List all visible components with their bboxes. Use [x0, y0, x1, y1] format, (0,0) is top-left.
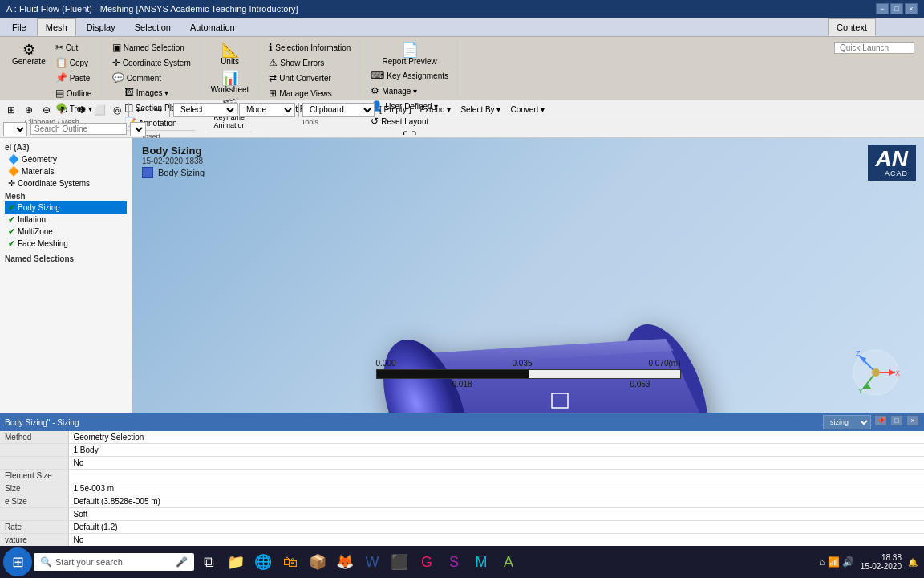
coordinate-system-btn[interactable]: ✛ Coordinate System — [108, 55, 195, 70]
units-btn[interactable]: 📐 Units — [216, 40, 245, 68]
report-preview-btn[interactable]: 📄 Report Preview — [378, 40, 440, 68]
amazon-btn[interactable]: 🛍 — [278, 549, 303, 575]
tab-file[interactable]: File — [3, 18, 35, 36]
rotate-btn[interactable]: ↻ — [56, 102, 72, 118]
select-dropdown[interactable]: Select — [173, 103, 237, 117]
convert-btn[interactable]: Convert ▾ — [506, 102, 549, 118]
ribbon-group-tools: ℹ Selection Information ⚠ Show Errors ⇄ … — [260, 39, 360, 98]
box-select-btn[interactable]: ⬜ — [91, 102, 107, 118]
named-selection-btn[interactable]: ▣ Named Selection — [108, 40, 195, 55]
app3-btn[interactable]: M — [468, 549, 494, 575]
app4-btn[interactable]: A — [496, 549, 521, 575]
cmd-btn[interactable]: ⬛ — [387, 549, 412, 575]
manage-views-label: Manage Views — [279, 89, 331, 98]
firefox-btn[interactable]: 🦊 — [332, 549, 358, 575]
scale-top-labels: 0.000 0.035 0.070(m) — [376, 359, 681, 368]
ribbon-group-units: 📐 Units 📊 Worksheet 🎬 KeyframeAnimation — [202, 39, 259, 98]
outline-btn[interactable]: ▤ Outline — [51, 86, 96, 100]
rate-value: Default (1.2) — [68, 521, 924, 534]
paste-btn[interactable]: 📌 Paste — [51, 71, 96, 85]
unit-converter-btn[interactable]: ⇄ Unit Converter — [265, 71, 355, 85]
cut-btn[interactable]: ✂ Cut — [51, 40, 96, 55]
selection-info-btn[interactable]: ℹ Selection Information — [265, 40, 355, 55]
table-row: Method Geometry Selection — [0, 431, 924, 444]
tab-context[interactable]: Context — [828, 18, 876, 36]
start-button[interactable]: ⊞ — [3, 547, 32, 576]
ribbon: ⚙ Generate ✂ Cut 📋 Copy 📌 Paste ▤ — [0, 37, 924, 100]
panel-controls: sizing 📌 □ × — [823, 415, 919, 429]
task-view-btn[interactable]: ⧉ — [196, 549, 221, 575]
clipboard-dropdown[interactable]: Clipboard — [302, 103, 375, 117]
mode-dropdown[interactable]: Mode — [239, 103, 295, 117]
close-btn[interactable]: × — [905, 3, 918, 14]
generate-btn[interactable]: ⚙ Generate — [8, 40, 50, 68]
tab-mesh[interactable]: Mesh — [37, 18, 76, 36]
panel-close-btn[interactable]: × — [906, 415, 919, 426]
word-btn[interactable]: W — [359, 549, 385, 575]
title-bar: A : Fluid Flow (Fluent) - Meshing [ANSYS… — [0, 0, 924, 18]
tree-item-inflation[interactable]: ✔ Inflation — [5, 214, 127, 226]
unit-converter-label: Unit Converter — [279, 74, 330, 83]
quick-launch-area — [828, 39, 921, 98]
file-explorer-btn[interactable]: 📁 — [223, 549, 249, 575]
table-row: Size 1.5e-003 m — [0, 482, 924, 495]
tree-item-body-sizing[interactable]: ✔ Body Sizing — [5, 201, 127, 214]
geometry-icon: 🔷 — [8, 154, 19, 165]
pan-btn[interactable]: ✥ — [74, 102, 90, 118]
taskbar: ⊞ 🔍 Start your search 🎤 ⧉ 📁 🌐 🛍 📦 🦊 W ⬛ … — [0, 546, 924, 578]
taskbar-search-box[interactable]: 🔍 Start your search 🎤 — [34, 553, 194, 571]
tree-item-face-meshing[interactable]: ✔ Face Meshing — [5, 238, 127, 250]
tab-automation[interactable]: Automation — [181, 18, 244, 36]
curvature-value: No — [68, 534, 924, 547]
key-icon: ⌨ — [371, 70, 384, 81]
app2-btn[interactable]: S — [441, 549, 467, 575]
table-row: e Size Default (3.8528e-005 m) — [0, 495, 924, 508]
named-selection-label: Named Selection — [124, 43, 184, 52]
tree-item-materials[interactable]: 🔶 Materials — [5, 165, 127, 177]
manage-views-btn[interactable]: ⊞ Manage Views — [265, 86, 355, 100]
worksheet-label: Worksheet — [211, 85, 249, 94]
check-icon-2: ✔ — [8, 214, 15, 225]
tree-item-multizone[interactable]: ✔ MultiZone — [5, 226, 127, 238]
maximize-btn[interactable]: □ — [890, 3, 903, 14]
notifications-btn[interactable]: 🔔 — [908, 558, 918, 567]
panel-pin-btn[interactable]: 📌 — [874, 415, 887, 426]
tree-item-coordinate-systems[interactable]: ✛ Coordinate Systems — [5, 177, 127, 189]
panel-dropdown[interactable]: sizing — [823, 415, 871, 429]
panel-max-btn[interactable]: □ — [890, 415, 903, 426]
zoom-in-btn[interactable]: ⊕ — [21, 102, 37, 118]
outline-dropdown[interactable]: ▾ — [3, 122, 27, 136]
tab-selection[interactable]: Selection — [126, 18, 180, 36]
no-value: No — [68, 457, 924, 470]
dropbox-btn[interactable]: 📦 — [305, 549, 330, 575]
app1-btn[interactable]: G — [414, 549, 440, 575]
quick-launch-input[interactable] — [834, 42, 914, 54]
taskbar-time: 18:38 — [881, 553, 902, 562]
search-outline-input[interactable] — [30, 123, 127, 135]
zoom-out-btn[interactable]: ⊖ — [38, 102, 55, 118]
show-errors-btn[interactable]: ⚠ Show Errors — [265, 55, 355, 70]
method-label: Method — [0, 431, 68, 444]
select-by-btn[interactable]: Select By ▾ — [456, 102, 505, 118]
comment-btn[interactable]: 💬 Comment — [108, 71, 195, 85]
minimize-btn[interactable]: − — [876, 3, 889, 14]
undo-btn[interactable]: ↩ — [132, 102, 148, 118]
materials-icon: 🔶 — [8, 166, 19, 177]
fit-btn[interactable]: ⊞ — [3, 102, 19, 118]
images-btn[interactable]: 🖼 Images ▾ — [120, 85, 189, 100]
redo-btn[interactable]: ↪ — [150, 102, 166, 118]
comment-label: Comment — [127, 74, 161, 83]
key-assignments-btn[interactable]: ⌨ Key Assignments — [367, 68, 452, 83]
mic-icon: 🎤 — [176, 556, 188, 568]
worksheet-btn[interactable]: 📊 Worksheet — [207, 68, 253, 96]
axis-indicator: Z X Y — [852, 348, 900, 397]
circle-select-btn[interactable]: ◎ — [109, 102, 125, 118]
tab-display[interactable]: Display — [78, 18, 124, 36]
search-text: Start your search — [55, 557, 123, 567]
extend-btn[interactable]: Extend ▾ — [415, 102, 455, 118]
edge-btn[interactable]: 🌐 — [250, 549, 276, 575]
manage-btn[interactable]: ⚙ Manage ▾ — [367, 83, 452, 98]
filter-dropdown[interactable]: ▾ — [130, 122, 146, 136]
tree-item-geometry[interactable]: 🔷 Geometry — [5, 153, 127, 165]
copy-btn[interactable]: 📋 Copy — [51, 55, 96, 70]
